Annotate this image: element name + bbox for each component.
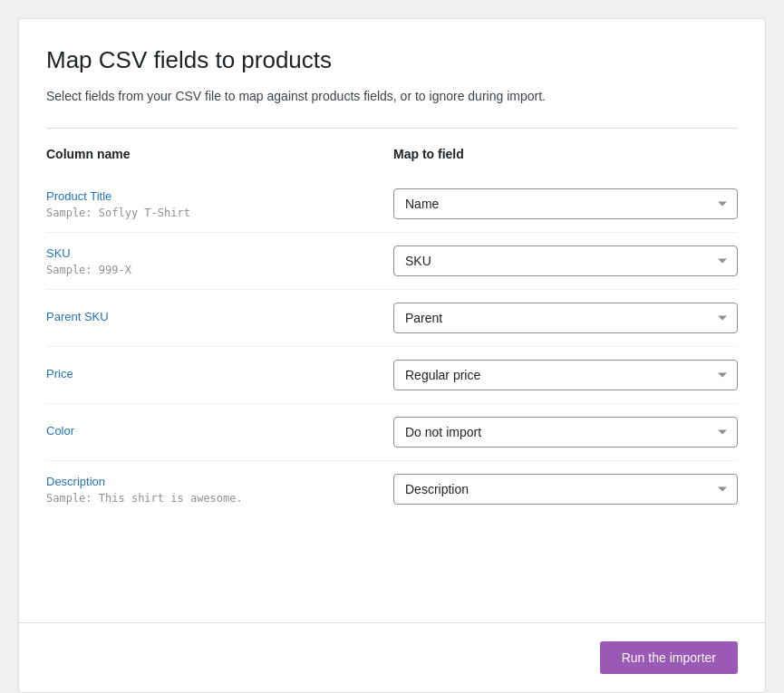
field-name-parent-sku: Parent SKU	[46, 310, 375, 323]
field-name-sku: SKU	[46, 246, 375, 260]
field-map-description: NameSKUParentRegular priceDo not importD…	[393, 474, 738, 505]
field-sample-product-title: Sample: Soflyy T-Shirt	[46, 207, 375, 219]
run-importer-button[interactable]: Run the importer	[600, 641, 738, 674]
field-name-description: Description	[46, 475, 375, 488]
select-product-title[interactable]: NameSKUParentRegular priceDo not importD…	[393, 188, 738, 219]
field-row-description: DescriptionSample: This shirt is awesome…	[46, 460, 738, 517]
map-to-field-header: Map to field	[393, 147, 738, 161]
field-row-product-title: Product TitleSample: Soflyy T-ShirtNameS…	[46, 176, 738, 232]
field-map-product-title: NameSKUParentRegular priceDo not importD…	[393, 188, 738, 219]
select-wrapper-color: NameSKUParentRegular priceDo not importD…	[393, 417, 738, 448]
field-map-color: NameSKUParentRegular priceDo not importD…	[393, 417, 738, 448]
select-wrapper-parent-sku: NameSKUParentRegular priceDo not importD…	[393, 303, 738, 333]
select-sku[interactable]: NameSKUParentRegular priceDo not importD…	[393, 245, 738, 276]
main-card: Map CSV fields to products Select fields…	[18, 18, 766, 693]
field-row-price: PriceNameSKUParentRegular priceDo not im…	[46, 346, 738, 403]
field-map-sku: NameSKUParentRegular priceDo not importD…	[393, 245, 738, 276]
select-description[interactable]: NameSKUParentRegular priceDo not importD…	[393, 474, 738, 505]
select-wrapper-product-title: NameSKUParentRegular priceDo not importD…	[393, 188, 738, 219]
select-color[interactable]: NameSKUParentRegular priceDo not importD…	[393, 417, 738, 448]
field-map-price: NameSKUParentRegular priceDo not importD…	[393, 360, 738, 390]
field-info-sku: SKUSample: 999-X	[46, 246, 393, 276]
column-name-header: Column name	[46, 147, 393, 161]
footer: Run the importer	[19, 622, 765, 692]
select-price[interactable]: NameSKUParentRegular priceDo not importD…	[393, 360, 738, 390]
field-row-color: ColorNameSKUParentRegular priceDo not im…	[46, 403, 738, 460]
select-wrapper-price: NameSKUParentRegular priceDo not importD…	[393, 360, 738, 390]
field-info-description: DescriptionSample: This shirt is awesome…	[46, 475, 393, 505]
select-parent-sku[interactable]: NameSKUParentRegular priceDo not importD…	[393, 303, 738, 333]
select-wrapper-sku: NameSKUParentRegular priceDo not importD…	[393, 245, 738, 276]
page-description: Select fields from your CSV file to map …	[46, 87, 738, 106]
field-info-product-title: Product TitleSample: Soflyy T-Shirt	[46, 189, 393, 219]
table-header: Column name Map to field	[46, 147, 738, 161]
page-title: Map CSV fields to products	[46, 46, 738, 74]
select-wrapper-description: NameSKUParentRegular priceDo not importD…	[393, 474, 738, 505]
field-name-price: Price	[46, 367, 375, 380]
rows-container: Product TitleSample: Soflyy T-ShirtNameS…	[46, 176, 738, 517]
field-row-sku: SKUSample: 999-XNameSKUParentRegular pri…	[46, 232, 738, 289]
field-info-price: Price	[46, 367, 393, 384]
field-info-color: Color	[46, 424, 393, 441]
field-map-parent-sku: NameSKUParentRegular priceDo not importD…	[393, 303, 738, 333]
divider	[46, 128, 738, 129]
field-name-color: Color	[46, 424, 375, 438]
field-sample-description: Sample: This shirt is awesome.	[46, 492, 375, 505]
field-info-parent-sku: Parent SKU	[46, 310, 393, 327]
field-sample-sku: Sample: 999-X	[46, 264, 375, 276]
field-row-parent-sku: Parent SKUNameSKUParentRegular priceDo n…	[46, 289, 738, 346]
field-name-product-title: Product Title	[46, 189, 375, 203]
